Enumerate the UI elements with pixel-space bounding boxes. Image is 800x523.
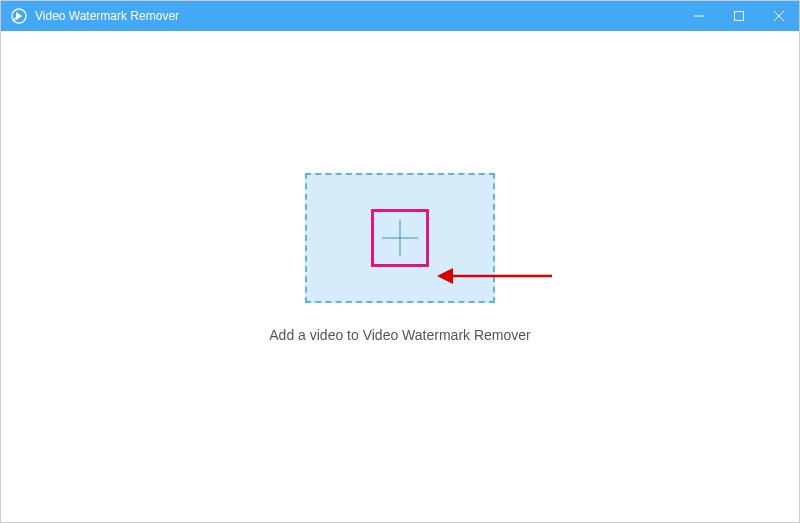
instruction-text: Add a video to Video Watermark Remover [269,327,530,343]
app-title: Video Watermark Remover [35,9,179,23]
svg-rect-3 [735,12,744,21]
close-icon [774,11,784,21]
maximize-button[interactable] [719,1,759,31]
minimize-icon [694,11,704,21]
main-area: Add a video to Video Watermark Remover [1,31,799,523]
app-logo-icon [11,8,27,24]
add-video-dropzone[interactable] [305,173,495,303]
window-controls [679,1,799,31]
titlebar: Video Watermark Remover [1,1,799,31]
minimize-button[interactable] [679,1,719,31]
plus-highlight-box [371,209,429,267]
close-button[interactable] [759,1,799,31]
maximize-icon [734,11,744,21]
titlebar-left: Video Watermark Remover [11,8,179,24]
plus-icon [382,220,418,256]
